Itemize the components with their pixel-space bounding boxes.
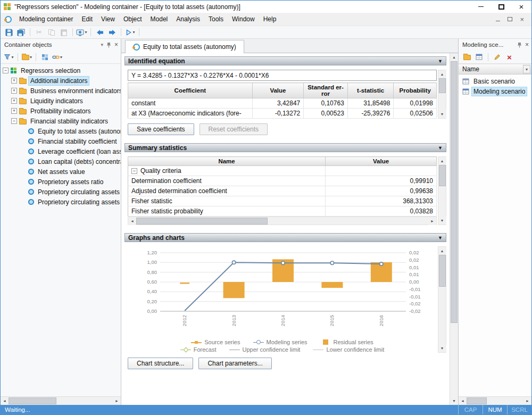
chart-parameters-button[interactable]: Chart parameters... [198,358,271,369]
scrollbar-track[interactable] [467,397,523,405]
menu-help[interactable]: Help [259,13,281,25]
document-vertical-scrollbar[interactable]: ▲ ▼ [450,53,458,405]
scrollbar-track[interactable] [450,61,458,397]
paste-button[interactable] [58,27,69,38]
cut-button[interactable]: ✂ [34,27,45,38]
mdi-restore-button[interactable] [508,15,512,23]
summary-statistics-header[interactable]: Summary statistics ▼ [124,143,446,152]
create-folder-button[interactable]: ▾ [21,52,32,62]
table-group-row[interactable]: −Quality criteria [128,166,437,176]
cell-name[interactable]: Determination coefficient [128,176,326,186]
scrollbar-track[interactable] [9,397,113,405]
scroll-right-button[interactable]: ► [113,397,121,405]
scenario-item-modeling[interactable]: Modeling scenario [459,86,531,96]
tree-folder-item[interactable]: + Liquidity indicators [1,96,121,106]
scrollbar-track[interactable] [438,165,446,217]
collapse-icon[interactable]: − [3,68,9,73]
column-header-name[interactable]: Name [128,157,326,166]
cell-tstat[interactable]: 31,85498 [347,98,394,109]
back-button[interactable] [94,27,105,38]
panel-close-button[interactable]: × [525,41,529,48]
column-filter-button[interactable]: ▾ [523,65,530,73]
menu-view[interactable]: View [97,13,119,25]
left-panel-horizontal-scrollbar[interactable]: ◄ ► [1,396,121,405]
table-row[interactable]: at X3 (Macroeconomic indicators (fore- -… [128,109,437,119]
scrollbar-thumb[interactable] [9,397,56,404]
collapse-section-icon[interactable]: ▼ [438,235,443,240]
table-row[interactable]: Fisher statistic 368,31303 [128,196,437,206]
scrollbar-track[interactable] [438,255,446,344]
scrollbar-track[interactable] [438,78,446,110]
cell-value[interactable]: 0,99638 [326,186,437,196]
scrollbar-track[interactable] [136,217,428,225]
cell-coefficient[interactable]: constant [128,98,253,109]
tree-folder-item[interactable]: + Profitability indicators [1,106,121,116]
collapse-section-icon[interactable]: ▼ [438,145,443,151]
expand-icon[interactable]: + [11,78,17,84]
menu-model[interactable]: Model [146,13,172,25]
edit-scenario-button[interactable] [492,52,503,62]
table-row[interactable]: Adjusted determination coefficient 0,996… [128,186,437,196]
filter-button[interactable]: ▾ [3,52,14,62]
cell-value[interactable]: 0,99910 [326,176,437,186]
mdi-close-button[interactable]: × [520,15,524,23]
scroll-right-button[interactable]: ► [428,217,436,225]
tree-model-item[interactable]: Net assets value [1,167,121,177]
tree-model-item[interactable]: Leverage coefficient (loan assets) [1,146,121,156]
cell-stderr[interactable]: 0,10763 [304,98,348,109]
chart-structure-button[interactable]: Chart structure... [128,358,193,369]
column-header-tstat[interactable]: t-statistic [347,83,394,98]
save-coefficients-button[interactable]: Save coefficients [128,123,194,135]
scroll-up-button[interactable]: ▲ [438,247,446,255]
column-header-probability[interactable]: Probability [394,83,437,98]
column-header-coefficient[interactable]: Coefficient [128,83,253,98]
reset-coefficients-button[interactable]: Reset coefficients [200,123,268,135]
scenario-item-basic[interactable]: Basic scenario [459,76,531,86]
expand-icon[interactable]: + [11,108,17,114]
save-button[interactable] [3,27,14,38]
table-row[interactable]: constant 3,42847 0,10763 31,85498 0,0199… [128,98,437,109]
cell-tstat[interactable]: -25,39276 [347,109,394,119]
column-header-value[interactable]: Value [252,83,304,98]
cell-value[interactable]: -0,13272 [252,109,304,119]
object-properties-button[interactable]: ▾ [76,27,87,38]
scroll-right-button[interactable]: ► [523,397,531,405]
run-calculation-button[interactable]: ▾ [124,27,136,38]
tree-root-item[interactable]: − Regressors selection [1,65,121,76]
right-panel-horizontal-scrollbar[interactable]: ◄ ► [459,396,531,405]
scrollbar-thumb[interactable] [439,255,446,287]
scroll-up-button[interactable]: ▲ [438,157,446,165]
close-button[interactable]: × [511,1,531,13]
tree-folder-item[interactable]: + Additional indicators [1,76,121,86]
tree-model-item[interactable]: Equity to total assets (autonomy) [1,126,121,136]
scroll-left-button[interactable]: ◄ [459,397,467,405]
mdi-minimize-button[interactable] [496,15,500,23]
scrollbar-thumb[interactable] [439,78,446,93]
scroll-down-button[interactable]: ▼ [438,344,446,352]
tree-folder-item[interactable]: − Financial stability indicators [1,116,121,126]
scrollbar-thumb[interactable] [467,397,487,404]
menu-window[interactable]: Window [228,13,259,25]
column-header-stderr[interactable]: Standard er-ror [304,83,348,98]
menu-tools[interactable]: Tools [204,13,228,25]
tree-model-item[interactable]: Financial stability coefficient [1,136,121,146]
panel-pin-button[interactable] [106,42,111,48]
cell-probability[interactable]: 0,02506 [394,109,437,119]
cell-name[interactable]: Fisher statistic [128,196,326,206]
menu-modeling-container[interactable]: Modeling container [15,13,77,25]
column-header-name[interactable]: Name [462,65,479,73]
link-button[interactable]: ▾ [52,52,63,62]
panel-menu-button[interactable]: ▾ [101,42,103,47]
graphs-and-charts-header[interactable]: Graphs and charts ▼ [124,233,446,242]
table-row[interactable]: Determination coefficient 0,99910 [128,176,437,186]
copy-button[interactable] [46,27,57,38]
expand-icon[interactable]: + [11,98,17,104]
menu-edit[interactable]: Edit [77,13,97,25]
maximize-button[interactable] [491,1,511,13]
tree-folder-item[interactable]: + Business environment indicators [1,86,121,96]
cell-name[interactable]: Fisher statistic probability [128,206,326,217]
scrollbar-thumb[interactable] [451,61,458,323]
tab-equity-to-total-assets[interactable]: Equity to total assets (autonomy) [125,40,244,53]
table-row[interactable]: Fisher statistic probability 0,03828 [128,206,437,217]
tree-model-item[interactable]: Proprietory circulating assets [1,197,121,207]
